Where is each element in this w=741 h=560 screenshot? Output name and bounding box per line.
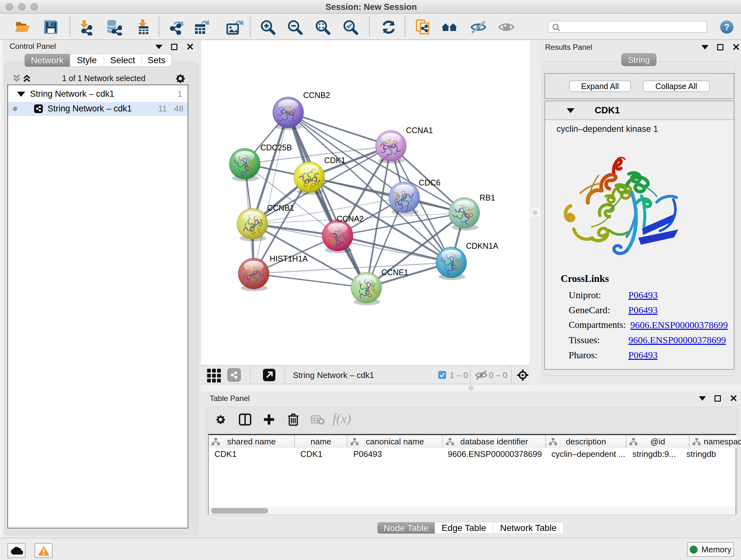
svg-text:CCNB2: CCNB2: [303, 91, 330, 100]
svg-text:CCNE1: CCNE1: [381, 268, 408, 277]
svg-text:HIST1H1A: HIST1H1A: [270, 254, 308, 263]
svg-text:CCNB1: CCNB1: [267, 203, 294, 212]
svg-text:RB1: RB1: [480, 193, 495, 202]
svg-text:?: ?: [724, 22, 730, 32]
svg-text:CCNA1: CCNA1: [406, 126, 433, 135]
svg-text:CDC25B: CDC25B: [260, 143, 292, 152]
svg-text:CCNA2: CCNA2: [337, 214, 364, 223]
svg-text:CDKN1A: CDKN1A: [466, 241, 498, 250]
svg-text:CDC6: CDC6: [419, 178, 441, 187]
svg-text:CDK1: CDK1: [324, 156, 346, 165]
